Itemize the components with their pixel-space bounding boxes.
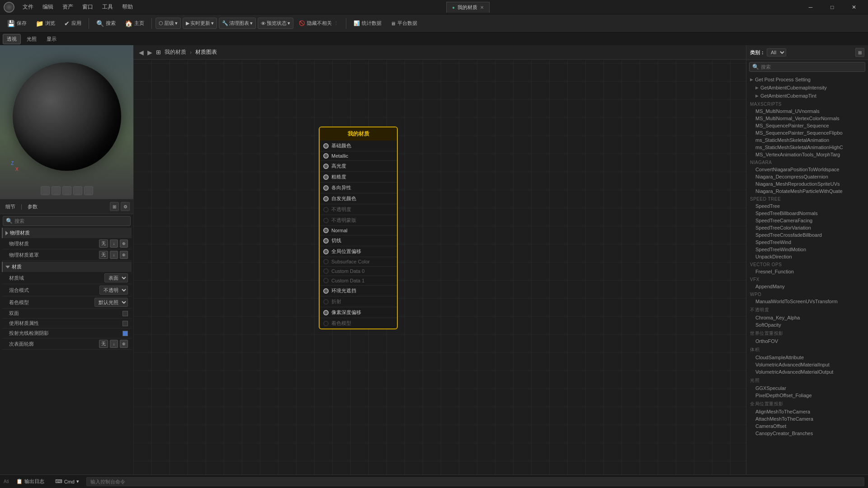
shading-model-select[interactable]: 默认光照 bbox=[94, 298, 128, 307]
platform-button[interactable]: 🖥 平台数据 bbox=[387, 18, 421, 28]
cast-ray-shadow-checkbox[interactable] bbox=[123, 331, 128, 336]
cmd-button[interactable]: ⌨ Cmd ▾ bbox=[52, 478, 83, 485]
material-pin-0[interactable]: 基础颜色 bbox=[320, 141, 397, 151]
props-settings-btn[interactable]: ⚙ bbox=[121, 202, 130, 211]
menu-tools[interactable]: 工具 bbox=[99, 2, 116, 12]
menu-edit[interactable]: 编辑 bbox=[40, 2, 56, 12]
material-pin-2[interactable]: 高光度 bbox=[320, 161, 397, 172]
tree-item-26[interactable]: Fresnel_Function bbox=[746, 268, 868, 275]
tree-item-7[interactable]: MS_SequencePainter_SequenceFlipbo bbox=[746, 129, 868, 136]
material-pin-17[interactable]: 着色模型 bbox=[320, 318, 397, 328]
tree-item-37[interactable]: CloudSampleAttribute bbox=[746, 354, 868, 361]
right-panel-expand-btn[interactable]: ⊞ bbox=[855, 48, 864, 57]
physics-material-none-btn[interactable]: 无 bbox=[99, 239, 108, 248]
physics-material-header[interactable]: 物理材质 bbox=[2, 228, 132, 238]
tree-item-38[interactable]: VolumetricAdvancedMaterialInput bbox=[746, 361, 868, 368]
view-lighting-btn[interactable]: 光照 bbox=[23, 34, 41, 44]
preview-dropdown[interactable]: 👁 预览状态 ▾ bbox=[258, 18, 293, 29]
tree-item-39[interactable]: VolumetricAdvancedMaterialOutput bbox=[746, 368, 868, 375]
vp-ctrl-4[interactable] bbox=[73, 186, 82, 195]
menu-window[interactable]: 窗口 bbox=[80, 2, 96, 12]
physics-mask-browse-icon[interactable]: ↓ bbox=[110, 251, 118, 259]
tree-item-47[interactable]: CanopyCreator_Branches bbox=[746, 430, 868, 437]
tree-item-28[interactable]: AppendMany bbox=[746, 283, 868, 290]
tree-item-45[interactable]: AttachMeshToTheCamera bbox=[746, 415, 868, 422]
tree-item-15[interactable]: Niagara_RotateMeshParticleWithQuate bbox=[746, 188, 868, 195]
material-pin-7[interactable]: 不透明蒙版 bbox=[320, 215, 397, 226]
material-section-header[interactable]: 材质 bbox=[2, 262, 132, 272]
menu-assets[interactable]: 资产 bbox=[60, 2, 76, 12]
tree-item-4[interactable]: MS_MultiNormal_UVnormals bbox=[746, 108, 868, 115]
tree-item-13[interactable]: Niagara_DecompressQuaternion bbox=[746, 173, 868, 180]
material-output-node[interactable]: 我的材质 基础颜色Metallic高光度粗糙度各向异性自发光颜色不透明度不透明蒙… bbox=[319, 127, 398, 329]
physics-material-browse-icon[interactable]: ↓ bbox=[110, 239, 118, 248]
apply-button[interactable]: ✔ 应用 bbox=[61, 18, 85, 29]
right-search-bar[interactable]: 🔍 bbox=[749, 62, 865, 72]
right-search-input[interactable] bbox=[761, 64, 862, 70]
material-domain-select[interactable]: 表面 bbox=[104, 273, 128, 282]
breadcrumb-grid-icon[interactable]: ⊞ bbox=[156, 49, 161, 56]
subsurface-pick-icon[interactable]: ⊕ bbox=[120, 340, 128, 348]
minimize-button[interactable]: ─ bbox=[800, 0, 821, 14]
tree-item-18[interactable]: SpeedTreeBillboardNormals bbox=[746, 210, 868, 217]
material-pin-8[interactable]: Normal bbox=[320, 226, 397, 235]
tree-item-17[interactable]: SpeedTree bbox=[746, 202, 868, 210]
realtime-dropdown[interactable]: ▶ 实时更新 ▾ bbox=[183, 18, 217, 29]
vp-ctrl-3[interactable] bbox=[62, 186, 71, 195]
tree-item-5[interactable]: MS_MultiNormal_VertexColorNormals bbox=[746, 115, 868, 122]
tree-item-46[interactable]: CameraOffset bbox=[746, 422, 868, 430]
tree-item-12[interactable]: ConvertNiagaraPositionToWorldspace bbox=[746, 166, 868, 173]
view-display-btn[interactable]: 显示 bbox=[42, 34, 61, 44]
tab-params[interactable]: 参数 bbox=[26, 202, 39, 211]
tree-item-24[interactable]: UnpackDirection bbox=[746, 253, 868, 260]
tree-item-41[interactable]: GGXSpecular bbox=[746, 385, 868, 392]
close-button[interactable]: ✕ bbox=[844, 0, 864, 14]
browse-button[interactable]: 📁 浏览 bbox=[32, 18, 59, 29]
material-pin-9[interactable]: 切线 bbox=[320, 235, 397, 246]
tree-item-14[interactable]: Niagara_MeshReproductionSpriteUVs bbox=[746, 180, 868, 188]
material-pin-15[interactable]: 折射 bbox=[320, 296, 397, 307]
material-graph-panel[interactable]: ◀ ▶ ⊞ 我的材质 › 材质图表 我的材质 基础颜色Metallic高光度粗糙… bbox=[133, 45, 746, 488]
clean-dropdown[interactable]: 🔧 清理图表 ▾ bbox=[219, 18, 256, 29]
vp-ctrl-5[interactable] bbox=[84, 186, 93, 195]
nav-forward-button[interactable]: ▶ bbox=[147, 49, 152, 56]
material-pin-14[interactable]: 环境光遮挡 bbox=[320, 286, 397, 296]
vp-ctrl-2[interactable] bbox=[52, 186, 61, 195]
tree-item-22[interactable]: SpeedTreeWind bbox=[746, 239, 868, 246]
menu-help[interactable]: 帮助 bbox=[119, 2, 136, 12]
tree-item-10[interactable]: MS_VertexAnimationTools_MorphTarg bbox=[746, 151, 868, 158]
tree-item-9[interactable]: ms_StaticMeshSkeletalAnimationHighC bbox=[746, 144, 868, 151]
tree-item-33[interactable]: SoftOpacity bbox=[746, 321, 868, 328]
restore-button[interactable]: □ bbox=[822, 0, 843, 14]
tree-category-1[interactable]: ▶ GetAmbientCubemapIntensity bbox=[746, 84, 868, 92]
physics-mask-pick-icon[interactable]: ⊕ bbox=[120, 251, 128, 259]
material-pin-13[interactable]: Custom Data 1 bbox=[320, 276, 397, 286]
nav-back-button[interactable]: ◀ bbox=[139, 49, 144, 56]
tree-item-23[interactable]: SpeedTreeWindMotion bbox=[746, 246, 868, 253]
material-pin-16[interactable]: 像素深度偏移 bbox=[320, 307, 397, 318]
two-sided-checkbox[interactable] bbox=[123, 311, 128, 316]
tree-item-21[interactable]: SpeedTreeCrossfadeBillboard bbox=[746, 231, 868, 239]
tree-item-30[interactable]: ManualWorldToScreenUVsTransform bbox=[746, 298, 868, 305]
properties-search-input[interactable] bbox=[14, 218, 127, 224]
subsurface-browse-icon[interactable]: ↓ bbox=[110, 340, 118, 348]
tab-detail[interactable]: 细节 bbox=[4, 202, 17, 211]
material-pin-4[interactable]: 各向异性 bbox=[320, 183, 397, 193]
tree-category-0[interactable]: ▶ Get Post Process Setting bbox=[746, 75, 868, 84]
physics-mask-none-btn[interactable]: 无 bbox=[99, 251, 108, 259]
material-pin-5[interactable]: 自发光颜色 bbox=[320, 193, 397, 204]
tree-item-32[interactable]: Chroma_Key_Alpha bbox=[746, 314, 868, 321]
subsurface-none-btn[interactable]: 无 bbox=[99, 340, 108, 348]
properties-search-bar[interactable]: 🔍 bbox=[3, 216, 131, 226]
tree-item-20[interactable]: SpeedTreeColorVariation bbox=[746, 224, 868, 231]
floor-dropdown[interactable]: ⬡ 层级 ▾ bbox=[156, 18, 181, 29]
menu-file[interactable]: 文件 bbox=[20, 2, 36, 12]
tree-category-2[interactable]: ▶ GetAmbientCubemapTint bbox=[746, 92, 868, 100]
view-perspective-btn[interactable]: 透视 bbox=[3, 34, 21, 44]
tab-close-btn[interactable]: ✕ bbox=[480, 5, 484, 10]
vp-ctrl-1[interactable] bbox=[41, 186, 50, 195]
console-input[interactable] bbox=[86, 477, 864, 486]
material-tab[interactable]: ● 我的材质 ✕ bbox=[446, 2, 490, 13]
material-pin-10[interactable]: 全局位置偏移 bbox=[320, 246, 397, 257]
physics-material-pick-icon[interactable]: ⊕ bbox=[120, 239, 128, 248]
